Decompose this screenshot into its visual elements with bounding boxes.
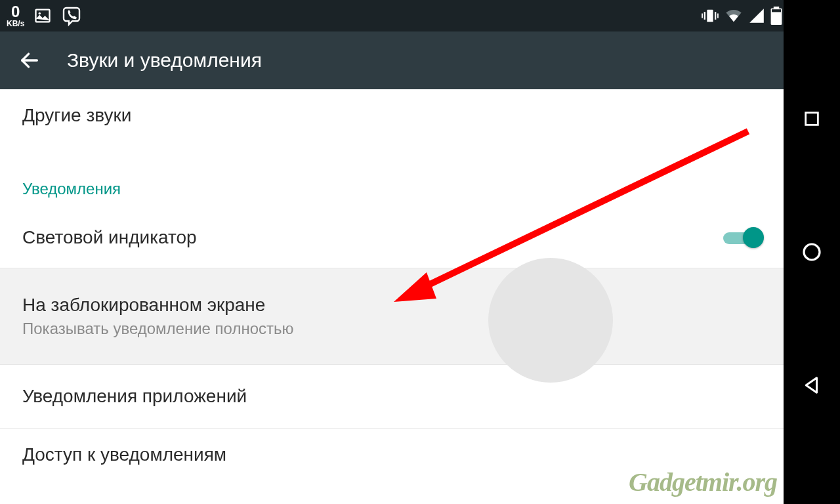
svg-rect-4 [715, 12, 716, 20]
network-speed-indicator: 0 KB/s [7, 4, 24, 28]
system-nav-bar [784, 0, 840, 504]
row-title: Световой индикатор [22, 227, 197, 248]
section-header-notifications: Уведомления [0, 142, 784, 207]
viber-icon [61, 5, 82, 26]
svg-point-1 [39, 12, 41, 15]
screen: 0 KB/s 22:54 [0, 0, 840, 504]
speed-value: 0 [11, 4, 20, 20]
cell-signal-icon [748, 7, 765, 24]
section-title: Уведомления [22, 180, 121, 198]
svg-rect-8 [774, 7, 779, 9]
row-notification-access[interactable]: Доступ к уведомлениям [0, 429, 784, 481]
svg-rect-2 [707, 10, 713, 22]
switch-thumb [743, 227, 764, 248]
svg-rect-13 [806, 113, 818, 125]
wifi-icon [724, 7, 743, 25]
picture-icon [33, 7, 52, 25]
row-led-indicator[interactable]: Световой индикатор [0, 207, 784, 268]
battery-icon [770, 7, 782, 25]
settings-list: Другие звуки Уведомления Световой индика… [0, 89, 784, 481]
status-left: 0 KB/s [7, 4, 82, 28]
row-lock-screen-notifications[interactable]: На заблокированном экране Показывать уве… [0, 268, 784, 365]
nav-recent-button[interactable] [799, 106, 825, 132]
led-toggle[interactable] [723, 226, 761, 249]
row-app-notifications[interactable]: Уведомления приложений [0, 365, 784, 429]
nav-home-button[interactable] [799, 239, 825, 265]
svg-rect-9 [772, 9, 781, 12]
row-title: Доступ к уведомлениям [22, 444, 226, 465]
row-subtitle: Показывать уведомление полностью [22, 320, 294, 338]
row-title: Уведомления приложений [22, 386, 247, 407]
app-header: Звуки и уведомления [0, 32, 840, 89]
speed-unit: KB/s [7, 20, 24, 28]
svg-rect-5 [702, 14, 703, 18]
page-title: Звуки и уведомления [67, 49, 262, 72]
row-other-sounds[interactable]: Другие звуки [0, 89, 784, 142]
nav-back-button[interactable] [799, 372, 825, 398]
vibrate-icon [701, 7, 719, 25]
svg-rect-3 [704, 12, 705, 20]
status-bar: 0 KB/s 22:54 [0, 0, 840, 32]
svg-rect-6 [717, 14, 719, 18]
svg-point-14 [804, 244, 820, 260]
row-title: На заблокированном экране [22, 295, 265, 316]
back-arrow-icon[interactable] [18, 49, 41, 72]
touch-ripple [488, 258, 613, 383]
row-title: Другие звуки [22, 105, 131, 126]
